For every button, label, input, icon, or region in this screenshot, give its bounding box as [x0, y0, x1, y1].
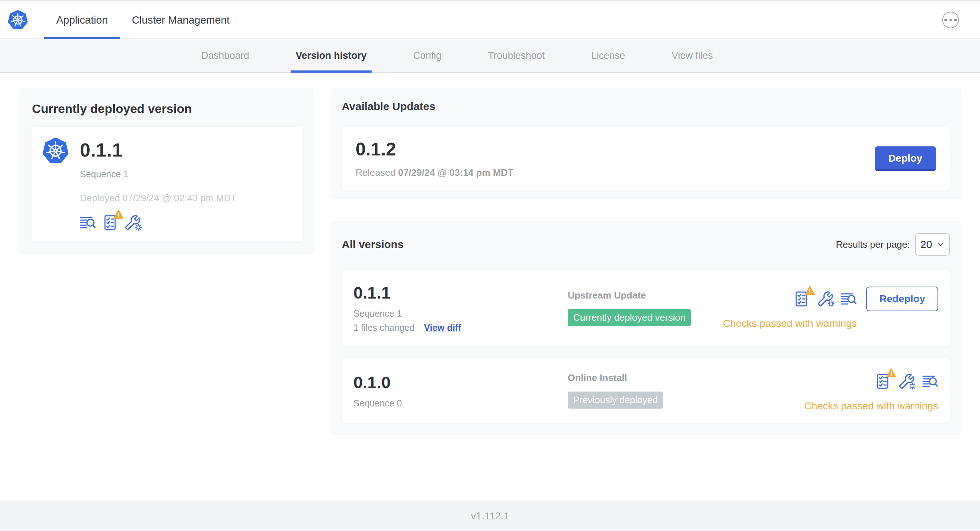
- released-date: 07/29/24 @ 03:14 pm MDT: [398, 167, 513, 178]
- config-icon[interactable]: [899, 374, 914, 389]
- preflight-status-text[interactable]: Checks passed with warnings: [723, 318, 857, 329]
- preflight-checks-icon[interactable]: [102, 215, 118, 231]
- more-menu-button[interactable]: [942, 12, 959, 28]
- tab-license-label: License: [591, 50, 625, 61]
- deploy-button[interactable]: Deploy: [875, 146, 936, 171]
- preflight-status-text[interactable]: Checks passed with warnings: [804, 400, 938, 412]
- chevron-down-icon: [936, 240, 944, 248]
- tab-cluster-management-label: Cluster Management: [132, 14, 229, 26]
- version-row-0-1-1: 0.1.1 Sequence 1 1 files changed View di…: [342, 270, 950, 346]
- view-diff-link[interactable]: View diff: [424, 323, 461, 333]
- update-version-number: 0.1.2: [356, 139, 875, 160]
- kubernetes-logo-icon: [7, 10, 28, 30]
- status-badge-currently-deployed: Currently deployed version: [568, 309, 691, 326]
- tab-cluster-management[interactable]: Cluster Management: [120, 2, 242, 38]
- results-per-page-label: Results per page:: [836, 239, 910, 250]
- results-per-page-select[interactable]: 20: [915, 233, 950, 256]
- preflight-checks-icon[interactable]: [794, 291, 810, 307]
- gear-icon: [908, 382, 916, 390]
- row-version-number: 0.1.1: [353, 283, 568, 302]
- tab-version-history[interactable]: Version history: [291, 39, 372, 72]
- warning-icon: [805, 286, 815, 295]
- config-icon[interactable]: [125, 215, 140, 230]
- page-footer: v1.112.1: [0, 501, 980, 531]
- tab-dashboard[interactable]: Dashboard: [196, 39, 254, 72]
- top-navbar: Application Cluster Management: [0, 0, 980, 39]
- files-changed-label: 1 files changed: [353, 323, 414, 333]
- currently-deployed-panel: Currently deployed version 0.1.1 Sequenc…: [19, 88, 314, 254]
- available-update-card: 0.1.2 Released 07/29/24 @ 03:14 pm MDT D…: [342, 127, 950, 190]
- warning-icon: [886, 368, 896, 377]
- main-content: Currently deployed version 0.1.1 Sequenc…: [0, 73, 980, 501]
- topbar-spacer: [242, 2, 942, 38]
- tab-application-label: Application: [56, 14, 108, 26]
- results-per-page-value: 20: [920, 238, 932, 251]
- released-label: Released: [356, 167, 398, 178]
- row-sequence: Sequence 1: [353, 308, 568, 319]
- version-history-page: Application Cluster Management Dashboard…: [0, 0, 980, 531]
- row-sequence: Sequence 0: [353, 398, 568, 409]
- gear-icon: [134, 223, 142, 231]
- tab-config-label: Config: [413, 50, 441, 61]
- version-source-label: Upstream Update: [568, 290, 723, 301]
- tab-view-files-label: View files: [671, 50, 713, 61]
- tab-dashboard-label: Dashboard: [201, 50, 249, 61]
- tab-config[interactable]: Config: [408, 39, 446, 72]
- tab-view-files[interactable]: View files: [667, 39, 718, 72]
- deployed-version-card: 0.1.1 Sequence 1 Deployed 07/29/24 @ 02:…: [32, 127, 302, 242]
- kubernetes-app-icon: [42, 137, 69, 165]
- logs-icon[interactable]: [922, 374, 938, 390]
- deployed-version-number: 0.1.1: [80, 139, 237, 161]
- row-version-number: 0.1.0: [353, 373, 568, 392]
- logs-icon[interactable]: [841, 291, 857, 307]
- config-icon[interactable]: [818, 291, 833, 307]
- all-versions-panel: All versions Results per page: 20: [331, 221, 961, 435]
- update-released-line: Released 07/29/24 @ 03:14 pm MDT: [356, 167, 875, 178]
- tab-license[interactable]: License: [586, 39, 630, 72]
- tab-troubleshoot[interactable]: Troubleshoot: [483, 39, 550, 72]
- deployed-sequence: Sequence 1: [80, 169, 237, 180]
- tab-troubleshoot-label: Troubleshoot: [488, 50, 545, 61]
- preflight-checks-icon[interactable]: [875, 374, 891, 390]
- all-versions-title: All versions: [342, 238, 404, 251]
- version-source-label: Online Install: [568, 372, 804, 383]
- redeploy-button[interactable]: Redeploy: [866, 286, 938, 311]
- deployed-timestamp: Deployed 07/29/24 @ 02:43 pm MDT: [80, 192, 237, 204]
- version-row-0-1-0: 0.1.0 Sequence 0 Online Install Previous…: [342, 358, 950, 423]
- app-logo[interactable]: [0, 2, 44, 38]
- tab-application[interactable]: Application: [44, 2, 120, 38]
- logs-icon[interactable]: [80, 215, 96, 231]
- tab-version-history-label: Version history: [296, 50, 366, 61]
- console-version: v1.112.1: [471, 510, 509, 522]
- available-updates-title: Available Updates: [342, 100, 950, 113]
- ellipsis-icon: [944, 19, 957, 21]
- currently-deployed-title: Currently deployed version: [32, 102, 302, 116]
- app-subnav: Dashboard Version history Config Trouble…: [0, 39, 980, 73]
- warning-icon: [114, 210, 124, 219]
- gear-icon: [827, 300, 835, 308]
- available-updates-panel: Available Updates 0.1.2 Released 07/29/2…: [331, 88, 961, 199]
- status-badge-previously-deployed: Previously deployed: [568, 391, 663, 409]
